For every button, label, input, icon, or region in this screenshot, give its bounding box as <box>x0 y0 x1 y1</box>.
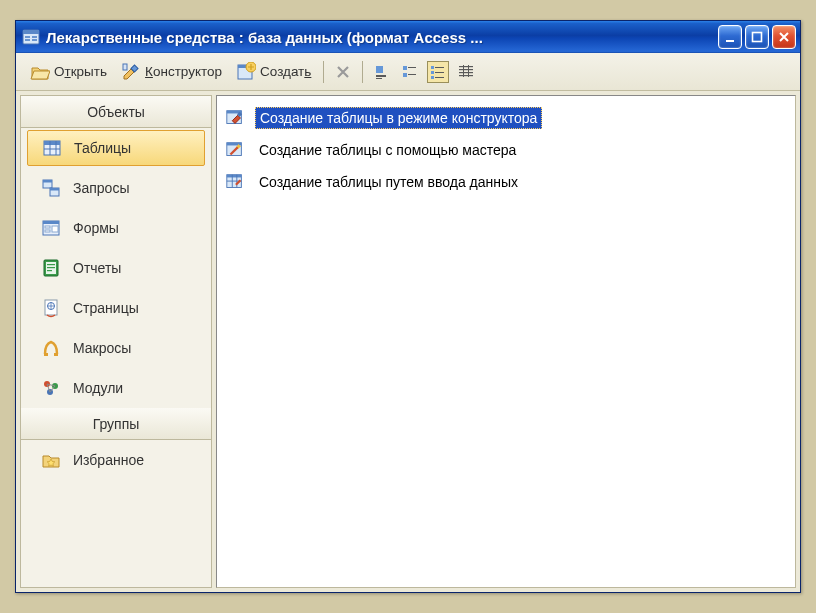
svg-rect-27 <box>459 69 473 70</box>
svg-rect-48 <box>47 264 55 265</box>
list-view-button[interactable] <box>427 61 449 83</box>
wizard-design-icon <box>225 108 245 128</box>
svg-rect-40 <box>50 188 59 191</box>
main-list[interactable]: Создание таблицы в режиме конструктора С… <box>216 95 796 588</box>
svg-rect-25 <box>435 77 444 78</box>
svg-rect-49 <box>47 267 55 268</box>
svg-rect-7 <box>753 33 762 42</box>
design-icon <box>121 62 141 82</box>
svg-rect-1 <box>23 30 39 34</box>
sidebar-item-favorites[interactable]: Избранное <box>21 440 211 480</box>
database-window: Лекарственные средства : база данных (фо… <box>15 20 801 593</box>
list-item[interactable]: Создание таблицы с помощью мастера <box>225 134 787 166</box>
details-view-button[interactable] <box>455 61 477 83</box>
sidebar-item-label: Модули <box>73 380 123 396</box>
svg-rect-21 <box>435 67 444 68</box>
reports-icon <box>41 258 61 278</box>
toolbar-separator <box>323 61 324 83</box>
sidebar-item-reports[interactable]: Отчеты <box>21 248 211 288</box>
delete-button[interactable] <box>332 61 354 83</box>
svg-rect-3 <box>25 39 30 41</box>
svg-rect-13 <box>376 66 383 73</box>
toolbar-separator <box>362 61 363 83</box>
svg-rect-53 <box>44 353 48 356</box>
sidebar-item-label: Макросы <box>73 340 131 356</box>
wizard-datasheet-icon <box>225 172 245 192</box>
svg-rect-4 <box>32 36 37 38</box>
macros-icon <box>41 338 61 358</box>
svg-rect-43 <box>45 226 50 228</box>
forms-icon <box>41 218 61 238</box>
pages-icon <box>41 298 61 318</box>
objects-header[interactable]: Объекты <box>21 96 211 128</box>
close-button[interactable] <box>772 25 796 49</box>
toolbar: Открыть Конструктор Создать <box>16 53 800 91</box>
svg-rect-45 <box>52 226 58 232</box>
groups-header[interactable]: Группы <box>21 408 211 440</box>
svg-rect-22 <box>431 71 434 74</box>
title-bar: Лекарственные средства : база данных (фо… <box>16 21 800 53</box>
svg-rect-31 <box>468 65 469 77</box>
svg-rect-44 <box>45 230 50 232</box>
svg-rect-15 <box>376 78 382 79</box>
svg-rect-30 <box>463 65 464 77</box>
sidebar-item-forms[interactable]: Формы <box>21 208 211 248</box>
svg-rect-16 <box>403 66 407 70</box>
create-button[interactable]: Создать <box>232 59 315 85</box>
sidebar-item-label: Избранное <box>73 452 144 468</box>
objects-sidebar: Объекты Таблицы Запросы Формы <box>20 95 212 588</box>
svg-rect-50 <box>47 270 52 271</box>
sidebar-item-label: Страницы <box>73 300 139 316</box>
sidebar-item-label: Таблицы <box>74 140 131 156</box>
queries-icon <box>41 178 61 198</box>
svg-rect-54 <box>54 353 58 356</box>
svg-rect-14 <box>376 75 386 77</box>
svg-rect-39 <box>43 180 52 183</box>
sidebar-item-label: Запросы <box>73 180 129 196</box>
maximize-button[interactable] <box>745 25 769 49</box>
sidebar-item-label: Отчеты <box>73 260 121 276</box>
list-item-label: Создание таблицы с помощью мастера <box>255 140 520 160</box>
svg-rect-20 <box>431 66 434 69</box>
window-body: Объекты Таблицы Запросы Формы <box>16 91 800 592</box>
window-buttons <box>718 25 796 49</box>
sidebar-item-label: Формы <box>73 220 119 236</box>
sidebar-item-queries[interactable]: Запросы <box>21 168 211 208</box>
list-item-label: Создание таблицы в режиме конструктора <box>255 107 542 129</box>
svg-rect-17 <box>408 67 416 68</box>
svg-rect-2 <box>25 36 30 38</box>
svg-rect-64 <box>227 175 242 178</box>
small-icons-button[interactable] <box>399 61 421 83</box>
svg-rect-9 <box>123 64 127 70</box>
list-item[interactable]: Создание таблицы в режиме конструктора <box>225 102 787 134</box>
svg-rect-19 <box>408 74 416 75</box>
app-icon <box>22 28 40 46</box>
design-button[interactable]: Конструктор <box>117 59 226 85</box>
sidebar-item-macros[interactable]: Макросы <box>21 328 211 368</box>
tables-icon <box>42 138 62 158</box>
svg-rect-24 <box>431 76 434 79</box>
create-icon <box>236 62 256 82</box>
sidebar-item-modules[interactable]: Модули <box>21 368 211 408</box>
wizard-wand-icon <box>225 140 245 160</box>
large-icons-button[interactable] <box>371 61 393 83</box>
list-item-label: Создание таблицы путем ввода данных <box>255 172 522 192</box>
sidebar-item-tables[interactable]: Таблицы <box>27 130 205 166</box>
svg-rect-23 <box>435 72 444 73</box>
window-title: Лекарственные средства : база данных (фо… <box>46 29 718 46</box>
svg-rect-33 <box>44 141 60 145</box>
svg-rect-26 <box>459 66 473 67</box>
svg-rect-18 <box>403 73 407 77</box>
svg-rect-28 <box>459 72 473 73</box>
sidebar-item-pages[interactable]: Страницы <box>21 288 211 328</box>
svg-rect-6 <box>726 40 734 42</box>
open-button[interactable]: Открыть <box>26 59 111 85</box>
svg-rect-29 <box>459 75 473 76</box>
open-icon <box>30 62 50 82</box>
svg-rect-42 <box>43 221 59 224</box>
modules-icon <box>41 378 61 398</box>
favorites-icon <box>41 450 61 470</box>
svg-rect-5 <box>32 39 37 41</box>
minimize-button[interactable] <box>718 25 742 49</box>
list-item[interactable]: Создание таблицы путем ввода данных <box>225 166 787 198</box>
